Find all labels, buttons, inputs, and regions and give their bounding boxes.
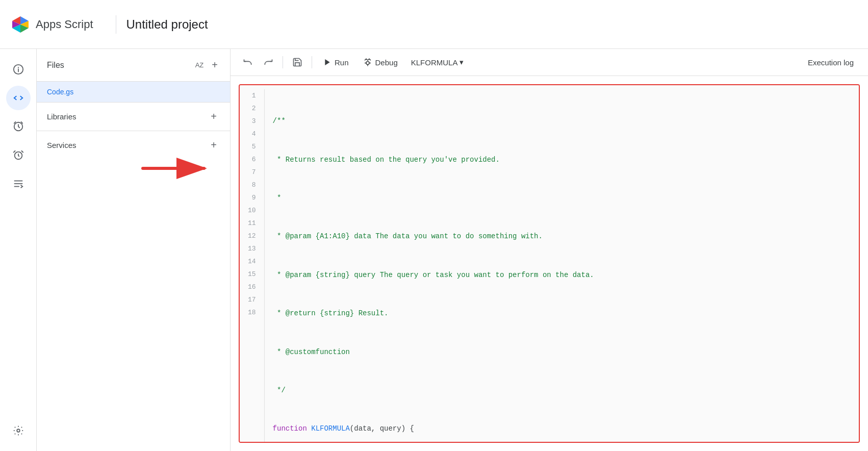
code-line-4: * @param {A1:A10} data The data you want…	[273, 231, 851, 243]
editor-area: Run Debug KLFORMULA ▾ Execution log	[231, 49, 868, 451]
code-line-1: /**	[273, 115, 851, 128]
services-section: Services +	[37, 131, 230, 159]
add-library-button[interactable]: +	[208, 110, 220, 123]
code-line-7: * @customfunction	[273, 346, 851, 359]
code-editor-border: 1 2 3 4 5 6 7 8 9 10 11 12 13 14	[239, 84, 860, 443]
editor-toolbar: Run Debug KLFORMULA ▾ Execution log	[231, 49, 868, 76]
svg-marker-11	[325, 59, 329, 65]
toolbar-divider-1	[283, 56, 283, 68]
file-panel-header: Files AZ +	[37, 49, 230, 82]
run-icon	[323, 58, 331, 66]
deploy-icon	[13, 178, 24, 189]
svg-point-9	[17, 429, 20, 432]
code-editor-wrapper: 1 2 3 4 5 6 7 8 9 10 11 12 13 14	[231, 76, 868, 451]
execution-log-button[interactable]: Execution log	[802, 55, 860, 70]
file-item-code-gs[interactable]: Code.gs	[37, 82, 230, 102]
sidebar-item-settings[interactable]	[6, 418, 31, 443]
file-panel-actions: AZ +	[193, 57, 220, 73]
add-service-button[interactable]: +	[208, 138, 220, 152]
function-selector-button[interactable]: KLFORMULA ▾	[406, 55, 469, 70]
toolbar-divider-2	[312, 56, 312, 68]
run-button[interactable]: Run	[317, 55, 355, 70]
app-logo: Apps Script	[10, 14, 93, 35]
alarm-icon	[13, 149, 24, 161]
code-line-9: function KLFORMULA(data, query) {	[273, 422, 851, 435]
clock-icon	[13, 121, 24, 132]
sidebar-item-deploy[interactable]	[6, 171, 31, 196]
undo-icon	[243, 57, 253, 67]
sidebar-item-triggers[interactable]	[6, 114, 31, 139]
services-label: Services	[47, 141, 76, 149]
svg-point-12	[366, 62, 369, 65]
code-line-5: * @param {string} query The query or tas…	[273, 269, 851, 282]
code-lines: /** * Returns result based on the query …	[265, 89, 859, 443]
debug-icon	[363, 58, 372, 67]
line-numbers: 1 2 3 4 5 6 7 8 9 10 11 12 13 14	[240, 89, 265, 443]
code-editor[interactable]: 1 2 3 4 5 6 7 8 9 10 11 12 13 14	[240, 85, 859, 443]
code-line-3: *	[273, 192, 851, 205]
sidebar-item-executions[interactable]	[6, 143, 31, 167]
code-icon	[13, 92, 24, 104]
info-icon	[13, 64, 24, 75]
redo-icon	[263, 57, 273, 67]
sort-files-button[interactable]: AZ	[193, 59, 206, 71]
sidebar-item-info[interactable]	[6, 57, 31, 82]
redo-button[interactable]	[259, 54, 277, 70]
sidebar-item-editor[interactable]	[6, 86, 31, 110]
libraries-section: Libraries +	[37, 102, 230, 131]
app-title: Apps Script	[36, 18, 93, 31]
header-divider	[116, 15, 116, 34]
undo-button[interactable]	[239, 54, 257, 70]
app-header: Apps Script Untitled project	[0, 0, 868, 49]
apps-script-logo-icon	[10, 14, 31, 35]
code-line-8: */	[273, 384, 851, 397]
main-layout: Files AZ + Code.gs Libraries + Services …	[0, 49, 868, 451]
settings-icon	[13, 425, 24, 436]
save-icon	[292, 57, 302, 67]
sidebar-icons	[0, 49, 37, 451]
debug-button[interactable]: Debug	[357, 55, 404, 70]
file-panel: Files AZ + Code.gs Libraries + Services …	[37, 49, 231, 451]
dropdown-chevron-icon: ▾	[459, 58, 464, 67]
libraries-label: Libraries	[47, 112, 76, 121]
save-button[interactable]	[288, 54, 307, 70]
code-line-6: * @return {string} Result.	[273, 307, 851, 320]
add-file-button[interactable]: +	[210, 57, 220, 73]
file-panel-scroll: Code.gs Libraries + Services +	[37, 82, 230, 451]
project-title: Untitled project	[126, 17, 208, 32]
files-label: Files	[47, 61, 64, 70]
code-line-2: * Returns result based on the query you'…	[273, 154, 851, 166]
